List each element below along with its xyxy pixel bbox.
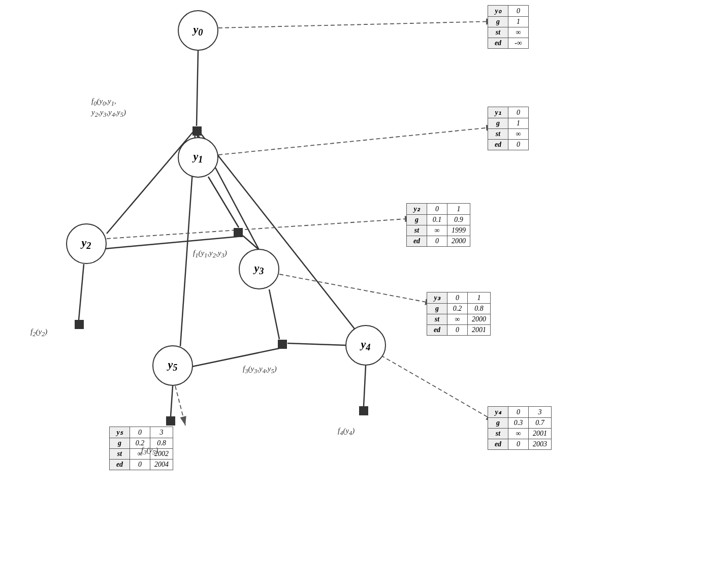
label-f3b: f3(y3,y4,y5) [243,365,277,375]
table-y2: y₂01 g0.10.9 st∞1999 ed02000 [406,203,470,247]
table-y5: y₅03 g0.20.8 st∞2002 ed02004 [109,427,173,470]
svg-line-10 [269,289,279,339]
label-f2: f2(y2) [30,328,47,338]
label-f0: f0(y0,y1, y2,y3,y4,y5) [91,96,126,119]
node-y3-label: y3 [254,262,264,277]
table-y4: y₄03 g0.30.7 st∞2001 ed02003 [488,406,552,450]
node-y3: y3 [239,249,279,289]
sq-node-f2 [75,320,84,329]
sq-node-f4 [359,406,368,415]
node-y4-label: y4 [361,338,371,353]
svg-line-12 [192,348,279,367]
node-y0: y0 [178,10,218,51]
label-f1: f1(y1,y2,y3) [193,249,227,259]
label-f4: f4(y4) [338,427,355,437]
svg-line-20 [381,355,495,421]
svg-line-13 [364,366,366,406]
svg-line-7 [104,237,238,249]
svg-line-8 [243,236,259,250]
svg-line-16 [218,127,495,155]
svg-line-11 [287,343,346,345]
sq-node-f3b [278,340,287,349]
svg-line-17 [107,218,414,239]
svg-line-19 [175,386,185,426]
node-y5-label: y5 [168,358,178,373]
node-y1-label: y1 [194,150,203,165]
svg-line-14 [171,386,173,416]
node-y2-label: y2 [82,236,91,251]
sq-node-f0 [192,126,202,136]
svg-line-4 [201,134,356,330]
svg-line-15 [218,21,495,28]
svg-line-0 [197,51,198,126]
node-y1: y1 [178,137,218,178]
svg-line-9 [79,264,84,320]
table-y3: y₃01 g0.20.8 st∞2000 ed02001 [427,292,491,336]
svg-line-18 [279,274,434,304]
node-y0-label: y0 [194,23,203,38]
sq-node-f3 [166,416,175,426]
svg-line-6 [208,177,239,227]
node-y4: y4 [345,325,386,366]
table-y0: y₀0 g1 st∞ ed-∞ [488,5,529,49]
node-y5: y5 [152,345,193,386]
diagram-canvas: y0 y1 y2 y3 y4 y5 f0(y0,y1, y2,y3,y4,y5)… [0,0,707,588]
sq-node-f1 [234,228,243,237]
table-y1: y₁0 g1 st∞ ed0 [488,107,529,150]
node-y2: y2 [66,223,107,264]
diagram-lines [0,0,707,588]
